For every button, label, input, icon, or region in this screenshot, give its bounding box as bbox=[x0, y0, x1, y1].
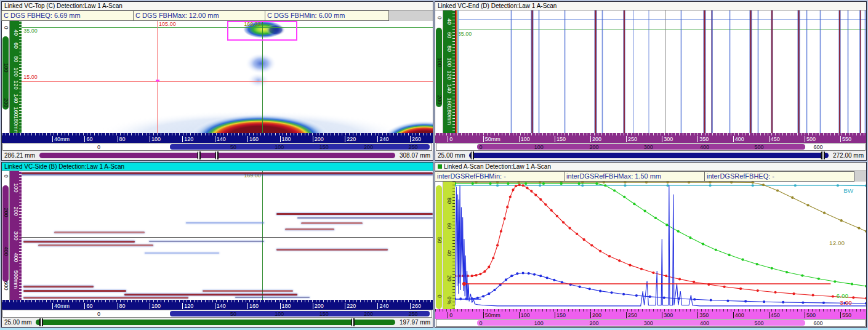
a-scan-plot-area[interactable]: BW12.006.003.00 bbox=[455, 182, 866, 309]
vc-side-vertical-ruler: 100200300400500mm bbox=[10, 171, 22, 300]
vc-side-range-slider[interactable] bbox=[34, 318, 397, 326]
ruler-tick-label: 120 bbox=[446, 71, 451, 80]
vertical-scroll-thumb[interactable] bbox=[436, 185, 442, 309]
ruler-tick-label: 140 bbox=[215, 303, 226, 309]
range-slider-handle[interactable] bbox=[197, 151, 201, 159]
amplitude-blob-faint2 bbox=[247, 73, 270, 88]
dgs-curve-6mm-line bbox=[455, 183, 866, 286]
horizontal-scroll-thumb[interactable] bbox=[170, 144, 429, 150]
range-slider-bar[interactable] bbox=[36, 320, 395, 325]
dgs-curve-6mm-point bbox=[715, 249, 717, 251]
vc-end-range-slider[interactable] bbox=[467, 151, 830, 159]
scrollbar-label: 150 bbox=[319, 144, 329, 150]
ruler-tick-label: 180mm bbox=[12, 116, 18, 133]
horizontal-scroll-thumb[interactable] bbox=[170, 311, 429, 316]
vc-top-vertical-scrollbar[interactable]: 0100200 bbox=[2, 21, 10, 133]
ruler-tick-label: 550 bbox=[840, 312, 851, 318]
ruler-tick-label: 100 bbox=[150, 136, 161, 142]
echo-streak bbox=[186, 222, 264, 223]
echo-stripe-blue bbox=[538, 10, 540, 133]
range-slider-bar[interactable] bbox=[469, 153, 829, 158]
a-scan-panel-icon bbox=[438, 164, 442, 169]
vc-side-title: Linked VC-Side (B) Detection:Law 1 A-Sca… bbox=[4, 163, 124, 171]
ruler-tick-label: 120 bbox=[12, 81, 18, 90]
echo-streak bbox=[235, 297, 309, 298]
horizontal-cursor[interactable] bbox=[22, 237, 433, 238]
range-slider-handle[interactable] bbox=[352, 318, 356, 326]
vc-side-titlebar[interactable]: Linked VC-Side (B) Detection:Law 1 A-Sca… bbox=[2, 163, 433, 171]
scrollbar-label: 0 bbox=[3, 26, 9, 29]
ruler-tick-label: 180 bbox=[280, 303, 291, 309]
echo-dynamic-curve-point bbox=[763, 300, 765, 303]
echo-dynamic-curve-point bbox=[522, 272, 524, 274]
detection-zone-box[interactable] bbox=[227, 21, 297, 41]
ruler-tick-label: 550 bbox=[840, 136, 851, 142]
dgs-curve-3mm-point bbox=[693, 281, 695, 283]
ruler-tick-label: 200 bbox=[590, 312, 601, 318]
echo-stripe-red bbox=[797, 10, 800, 133]
dgs-curve-6mm-point bbox=[633, 203, 635, 205]
dgs-curve-3mm-point bbox=[475, 274, 477, 276]
ruler-tick-label: 80 bbox=[446, 46, 451, 52]
echo-stripe-red bbox=[594, 10, 597, 133]
vertical-scroll-thumb[interactable] bbox=[2, 185, 9, 282]
dgs-curve-3mm-point bbox=[550, 209, 553, 212]
dgs-curve-3mm-point bbox=[774, 291, 776, 294]
scrollbar-label: 100 bbox=[436, 57, 442, 66]
red-gate-handle bbox=[462, 282, 466, 286]
vc-side-bscan-image[interactable]: 169.00 bbox=[22, 171, 433, 300]
vc-end-dscan-image[interactable]: 35.00 bbox=[455, 10, 866, 133]
echo-stripe-blue bbox=[729, 10, 731, 133]
dgs-curve-3mm-point bbox=[576, 233, 578, 235]
horizontal-cursor[interactable] bbox=[22, 81, 433, 82]
horizontal-cursor[interactable] bbox=[455, 19, 866, 20]
echo-dynamic-curve-line bbox=[455, 273, 866, 303]
range-slider-handle[interactable] bbox=[215, 151, 220, 159]
vc-end-vertical-scrollbar[interactable]: 0100200 bbox=[435, 10, 443, 133]
a-scan-horizontal-scrollbar[interactable]: 0100200300400500600 bbox=[436, 319, 866, 327]
echo-stripe-blue bbox=[633, 10, 634, 133]
range-slider-handle[interactable] bbox=[39, 318, 44, 326]
vc-top-titlebar[interactable]: Linked VC-Top (C) Detection:Law 1 A-Scan bbox=[2, 2, 433, 10]
vc-side-horizontal-scrollbar[interactable]: 050100150200250 bbox=[2, 310, 432, 318]
vertical-cursor[interactable] bbox=[157, 21, 158, 133]
horizontal-cursor[interactable] bbox=[455, 30, 866, 30]
vc-end-horizontal-scrollbar[interactable]: 0100200300400500600 bbox=[436, 143, 866, 151]
curve-label: 3.00 bbox=[840, 299, 852, 306]
vc-side-content: 0200400600 100200300400500mm 169.00 bbox=[2, 171, 433, 300]
ruler-tick-label: 240 bbox=[377, 303, 388, 309]
range-slider-handle[interactable] bbox=[821, 151, 826, 159]
dgs-curve-6mm-point bbox=[742, 259, 744, 261]
vc-top-range-slider[interactable] bbox=[38, 151, 397, 159]
echo-stripe-blue bbox=[806, 10, 808, 133]
dgs-curve-3mm-line bbox=[455, 185, 866, 298]
range-slider-handle[interactable] bbox=[471, 151, 475, 159]
echo-stripe-red bbox=[711, 10, 713, 133]
vc-end-vertical-ruler: 406080100120140160180mm bbox=[443, 10, 455, 133]
ruler-tick-label: 180 bbox=[280, 136, 291, 142]
dgs-curve-6mm-point bbox=[489, 182, 491, 185]
cursor-value-label: 105.00 bbox=[159, 22, 176, 27]
range-min-value: 25.00 mm bbox=[438, 152, 465, 159]
dgs-curve-12mm-point bbox=[865, 230, 866, 233]
ruler-tick-label: 20 bbox=[446, 275, 451, 281]
ruler-tick-label: 250 bbox=[626, 136, 637, 142]
dgs-curve-12mm-point bbox=[666, 182, 669, 183]
backwall-curve-point bbox=[666, 184, 669, 187]
dgs-curve-6mm-point bbox=[801, 275, 803, 277]
a-scan-vertical-scrollbar[interactable]: 500 bbox=[435, 182, 443, 309]
scrollbar-label: 100 bbox=[534, 144, 544, 150]
vertical-cursor[interactable] bbox=[262, 171, 263, 300]
a-scan-titlebar[interactable]: Linked A-Scan Detection:Law 1 A-Scan bbox=[435, 163, 866, 171]
vc-end-titlebar[interactable]: Linked VC-End (D) Detection:Law 1 A-Scan bbox=[435, 2, 866, 10]
vc-side-vertical-scrollbar[interactable]: 0200400600 bbox=[2, 171, 10, 300]
vc-top-horizontal-scrollbar[interactable]: 050100150200250 bbox=[2, 143, 432, 151]
dgs-curve-3mm-point bbox=[534, 194, 537, 196]
cursor-value-label: 35.00 bbox=[23, 28, 38, 34]
vc-top-cscan-image[interactable]: 35.0015.00105.00169.00 bbox=[22, 21, 433, 133]
vertical-cursor[interactable] bbox=[665, 10, 665, 133]
ruler-tick-label: 40 bbox=[12, 30, 18, 36]
dgs-curve-6mm-point bbox=[560, 182, 563, 185]
ruler-tick-label: 200 bbox=[12, 206, 18, 215]
echo-streak bbox=[203, 290, 293, 292]
